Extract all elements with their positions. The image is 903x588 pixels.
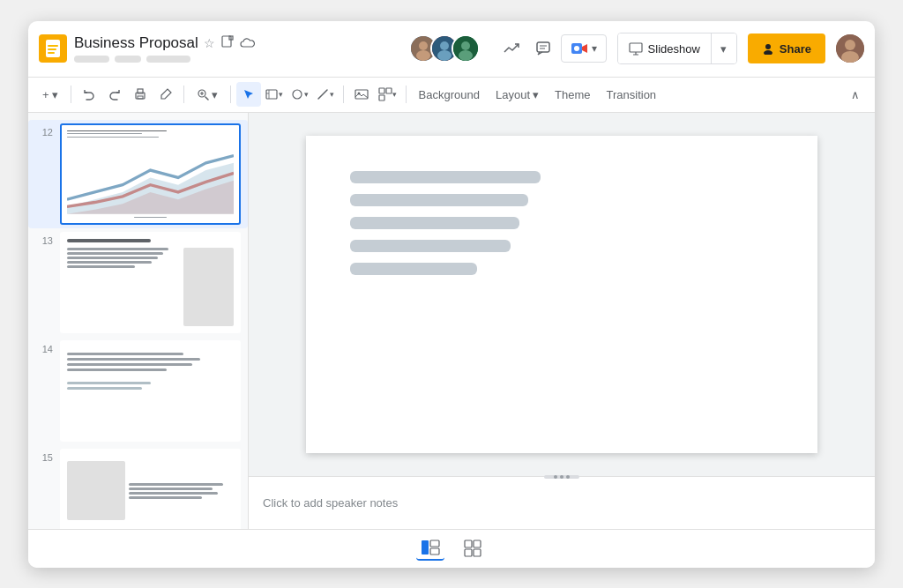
avatar xyxy=(452,34,480,63)
svg-line-33 xyxy=(205,97,208,100)
canvas-area: Click to add speaker notes xyxy=(249,113,875,529)
canvas-line-5 xyxy=(350,263,477,275)
svg-rect-43 xyxy=(379,88,384,93)
add-icon: + xyxy=(42,88,49,101)
user-avatar[interactable] xyxy=(836,34,864,63)
svg-rect-54 xyxy=(474,549,481,556)
star-icon[interactable]: ☆ xyxy=(204,36,215,50)
text-box-button[interactable]: ▾ xyxy=(262,82,287,107)
slide-item-15[interactable]: 15 xyxy=(28,445,248,528)
doc-icon[interactable] xyxy=(220,35,235,52)
header: Business Proposal ☆ xyxy=(28,21,875,78)
speaker-notes[interactable]: Click to add speaker notes xyxy=(249,476,875,529)
share-button[interactable]: Share xyxy=(748,33,825,63)
toolbar-insert-group: + ▾ xyxy=(35,82,65,107)
svg-rect-2 xyxy=(48,48,56,50)
slide-number-13: 13 xyxy=(35,232,53,246)
undo-button[interactable] xyxy=(77,82,101,107)
layout-label: Layout xyxy=(496,88,530,101)
svg-point-20 xyxy=(574,46,579,51)
share-label: Share xyxy=(780,42,811,56)
title-area: Business Proposal ☆ xyxy=(74,34,256,63)
transition-button[interactable]: Transition xyxy=(600,82,664,107)
svg-point-25 xyxy=(764,50,772,55)
line-tool-button[interactable]: ▾ xyxy=(313,82,338,107)
slide-view-button[interactable] xyxy=(416,536,444,561)
svg-rect-49 xyxy=(430,540,439,547)
svg-rect-53 xyxy=(465,549,472,556)
svg-rect-45 xyxy=(379,95,384,100)
trend-icon-button[interactable] xyxy=(497,34,526,63)
svg-point-13 xyxy=(461,41,470,50)
svg-rect-44 xyxy=(386,88,392,93)
svg-point-11 xyxy=(437,50,452,61)
svg-rect-41 xyxy=(355,90,368,99)
main-content: 12 xyxy=(28,113,875,529)
slide-number-15: 15 xyxy=(35,449,53,463)
slide-thumb-13[interactable] xyxy=(60,232,241,333)
redo-button[interactable] xyxy=(102,82,127,107)
comment-icon-button[interactable] xyxy=(529,34,557,63)
canvas-line-3 xyxy=(350,217,519,229)
print-button[interactable] xyxy=(128,82,153,107)
collapse-toolbar-button[interactable]: ∧ xyxy=(843,82,868,107)
slide-item-14[interactable]: 14 xyxy=(28,337,248,445)
speaker-notes-placeholder[interactable]: Click to add speaker notes xyxy=(263,496,398,510)
grid-view-button[interactable] xyxy=(459,536,487,561)
svg-rect-1 xyxy=(48,45,58,47)
theme-button[interactable]: Theme xyxy=(548,82,597,107)
layout-button[interactable]: Layout ▾ xyxy=(489,82,546,107)
meet-button[interactable]: ▾ xyxy=(561,34,607,63)
slide-thumb-15[interactable] xyxy=(60,449,241,528)
theme-label: Theme xyxy=(555,88,590,101)
slideshow-button[interactable]: Slideshow xyxy=(618,33,711,63)
zoom-button[interactable]: ▾ xyxy=(190,82,225,107)
slideshow-label: Slideshow xyxy=(648,42,700,56)
shape-tool-button[interactable]: ▾ xyxy=(287,82,312,107)
slide-thumb-14[interactable] xyxy=(60,340,241,442)
bottom-bar xyxy=(28,529,875,568)
svg-marker-19 xyxy=(582,44,587,53)
slide-number-14: 14 xyxy=(35,340,53,354)
slide-canvas[interactable] xyxy=(306,136,817,453)
svg-point-7 xyxy=(419,41,428,50)
select-tool-button[interactable] xyxy=(236,82,261,107)
layout-chevron-icon: ▾ xyxy=(533,88,539,101)
app-logo xyxy=(39,34,67,63)
background-button[interactable]: Background xyxy=(412,82,487,107)
canvas-scroll[interactable] xyxy=(249,113,875,476)
slideshow-button-group: Slideshow ▾ xyxy=(617,33,737,64)
transition-label: Transition xyxy=(607,88,657,101)
svg-rect-50 xyxy=(430,548,439,555)
add-button[interactable]: + ▾ xyxy=(35,82,65,107)
svg-rect-51 xyxy=(465,540,472,547)
header-actions: ▾ xyxy=(497,34,607,63)
canvas-line-2 xyxy=(350,194,528,206)
svg-point-10 xyxy=(440,41,449,50)
resize-handle[interactable] xyxy=(544,475,579,479)
slide-item-13[interactable]: 13 xyxy=(28,228,248,337)
doc-title: Business Proposal xyxy=(74,34,198,52)
insert-image-button[interactable] xyxy=(349,82,374,107)
slideshow-dropdown-button[interactable]: ▾ xyxy=(712,33,736,63)
svg-point-39 xyxy=(293,90,302,99)
canvas-line-4 xyxy=(350,240,511,252)
svg-point-27 xyxy=(845,40,855,50)
svg-point-14 xyxy=(459,50,473,61)
svg-rect-36 xyxy=(266,90,277,99)
arrange-button[interactable]: ▾ xyxy=(376,82,400,107)
app-window: Business Proposal ☆ xyxy=(28,21,875,568)
slide-panel[interactable]: 12 xyxy=(28,113,249,529)
collapse-icon: ∧ xyxy=(851,88,860,101)
slide-item-12[interactable]: 12 xyxy=(28,120,248,228)
svg-rect-21 xyxy=(630,43,642,52)
slide-thumb-12[interactable] xyxy=(60,123,241,225)
background-label: Background xyxy=(419,88,480,101)
paint-button[interactable] xyxy=(153,82,178,107)
svg-point-8 xyxy=(416,50,430,61)
collaborators xyxy=(409,34,480,63)
cloud-icon xyxy=(240,36,256,51)
svg-rect-3 xyxy=(48,52,55,54)
slide-number-12: 12 xyxy=(35,123,53,138)
svg-point-24 xyxy=(765,44,771,49)
